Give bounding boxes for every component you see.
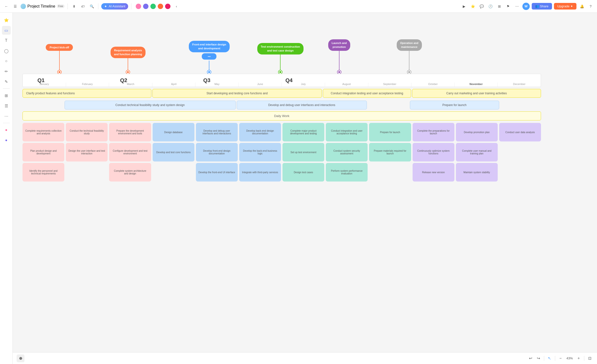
add-page-button[interactable]: ⊕ <box>17 354 24 362</box>
zoom-in-button[interactable]: ＋ <box>575 355 582 362</box>
search-button[interactable]: 🔍 <box>88 3 95 10</box>
milestone-kickoff-label: Project kick-off <box>46 44 73 51</box>
collab-avatars <box>135 3 171 10</box>
app-title: Project Timeline <box>27 4 55 9</box>
card-design-db: Design database <box>153 123 194 141</box>
help-icon[interactable]: ? <box>587 3 594 10</box>
back-button[interactable]: ← <box>3 3 10 10</box>
milestone-ops-stem <box>409 51 409 70</box>
chevron-left-icon[interactable]: ‹ <box>173 3 180 10</box>
menu-button[interactable]: ☰ <box>12 3 19 10</box>
sidebar-color1[interactable]: ● <box>2 126 11 134</box>
col-may: Develop and debug user interfaces and in… <box>196 123 238 182</box>
card-design-test-cases: Design test cases <box>282 163 324 182</box>
share-button[interactable]: 👥 Share <box>532 3 552 10</box>
card-integration-testing: Conduct integration and user acceptance … <box>326 123 368 141</box>
sidebar-shape-tool[interactable]: ▭ <box>2 26 11 35</box>
bottom-left: ⊕ <box>17 354 24 362</box>
month-sep: September <box>368 83 412 87</box>
fit-button[interactable]: ⊡ <box>586 355 593 362</box>
tag-button[interactable]: 🏷 <box>79 3 86 10</box>
milestone-test-dot <box>279 70 282 74</box>
user-avatar[interactable]: W <box>522 3 530 10</box>
card-third-party: Integrate with third-party services <box>239 163 281 182</box>
download-button[interactable]: ⬇ <box>71 3 78 10</box>
milestone-requirement-stem <box>128 58 128 70</box>
card-release-version: Release new version <box>413 163 454 182</box>
col-october: Complete the preparations for launch Con… <box>413 123 454 182</box>
collab-avatar-5 <box>165 3 171 10</box>
milestone-launch-dot <box>338 70 341 74</box>
sidebar-list-tool[interactable]: ☰ <box>2 101 11 110</box>
upgrade-button[interactable]: Upgrade ✦ <box>554 3 576 10</box>
milestone-launch-stem <box>339 51 339 70</box>
milestone-kickoff: Project kick-off <box>46 44 73 74</box>
col-july: Complete major product development and t… <box>282 123 324 182</box>
card-setup-test-env: Set up test environment <box>282 143 324 161</box>
play-button[interactable]: ▶ <box>461 3 468 10</box>
card-dev-core: Develop and test core functions <box>153 143 194 161</box>
divider2 <box>98 3 98 9</box>
sidebar-circle-tool[interactable]: ◯ <box>2 46 11 55</box>
milestone-frontend-label: Front-end interface designand developmen… <box>189 41 230 52</box>
sidebar-color2[interactable]: ● <box>2 136 11 145</box>
card-prepare-dev-env: Prepare the development environment and … <box>109 123 151 141</box>
collab-avatar-2 <box>143 3 149 10</box>
redo-button[interactable]: ↪ <box>535 355 542 362</box>
sidebar-select-tool[interactable]: ⭐ <box>2 16 11 24</box>
card-identify-personnel: Identify the personnel and technical req… <box>23 163 64 182</box>
sidebar-pencil-tool[interactable]: ✎ <box>2 77 11 86</box>
sidebar-text-tool[interactable]: T <box>2 36 11 45</box>
card-system-arch: Complete system architecture and design <box>109 163 151 182</box>
toolbar-right: ▶ ⭐ 💬 🕐 ⊞ ⚑ ⋯ W 👥 Share Upgrade ✦ 🔔 ? <box>461 3 594 10</box>
card-major-dev: Complete major product development and t… <box>282 123 324 141</box>
table-button[interactable]: ⊞ <box>496 3 503 10</box>
sidebar-connector-tool[interactable]: ○ <box>2 57 11 65</box>
card-dev-debug-ui: Develop and debug user interfaces and in… <box>196 123 238 141</box>
app-logo: Project Timeline Free <box>21 4 65 9</box>
card-frontend-docs: Develop front-end design documentation <box>196 143 238 161</box>
col-december: Conduct user data analysis <box>499 123 541 141</box>
milestone-ops-label: Operation andmaintenance <box>397 39 422 51</box>
clock-button[interactable]: 🕐 <box>487 3 494 10</box>
share-icon: 👥 <box>535 4 539 8</box>
swimlane-bar-integration: Conduct integration testing and user acc… <box>323 89 411 98</box>
collab-avatar-1 <box>135 3 142 10</box>
sidebar-more-tool[interactable]: ⋯ <box>2 112 11 120</box>
bottom-bar: ⊕ ↩ ↪ ↖ − 43% ＋ ⊡ <box>13 352 597 364</box>
month-jun: June <box>239 83 282 87</box>
sidebar-pen-tool[interactable]: ✏ <box>2 67 11 76</box>
free-badge: Free <box>57 4 65 8</box>
milestone-test-label: Test environment constructionand test ca… <box>257 43 304 54</box>
col-february: Conduct the technical feasibility study … <box>66 123 108 161</box>
col-april: Design database Develop and test core fu… <box>153 123 194 161</box>
sidebar-divider2 <box>3 123 10 123</box>
bell-icon[interactable]: 🔔 <box>578 3 585 10</box>
bottom-right: ↩ ↪ ↖ − 43% ＋ ⊡ <box>527 355 593 362</box>
timeline-axis: Q1 Q2 Q3 Q4 January February March April… <box>23 74 541 87</box>
cursor-button[interactable]: ↖ <box>546 355 553 362</box>
zoom-out-button[interactable]: − <box>557 355 564 362</box>
share-label: Share <box>540 4 549 8</box>
more-button[interactable]: ⋯ <box>514 3 520 10</box>
month-mar: March <box>109 83 152 87</box>
zoom-controls: ↩ ↪ ↖ − 43% ＋ ⊡ <box>527 355 593 362</box>
month-may: May <box>195 83 239 87</box>
milestone-test: Test environment constructionand test ca… <box>257 43 304 74</box>
card-optimize-sys: Continuously optimize system functions <box>413 143 454 161</box>
flag-button[interactable]: ⚑ <box>505 3 512 10</box>
ai-assistant-button[interactable]: ✦ AI Assistant <box>101 3 128 10</box>
left-sidebar: ⭐ ▭ T ◯ ○ ✏ ✎ ⊞ ☰ ⋯ ● ● <box>0 13 13 364</box>
zoom-level[interactable]: 43% <box>565 356 574 361</box>
month-oct: October <box>411 83 455 87</box>
col-january: Complete requirements collection and ana… <box>23 123 64 182</box>
card-requirements: Complete requirements collection and ana… <box>23 123 64 141</box>
chat-button[interactable]: 💬 <box>478 3 485 10</box>
main-canvas[interactable]: Project kick-off Requirement analysisand… <box>13 13 597 352</box>
undo-button[interactable]: ↩ <box>527 355 534 362</box>
toolbar-left: ← ☰ Project Timeline Free ⬇ 🏷 🔍 ✦ AI Ass… <box>3 3 180 10</box>
ai-icon: ✦ <box>104 4 107 8</box>
star-button[interactable]: ⭐ <box>470 3 476 10</box>
swimlane-bar-technical: Conduct technical feasibility study and … <box>65 101 236 109</box>
sidebar-grid-tool[interactable]: ⊞ <box>2 91 11 100</box>
